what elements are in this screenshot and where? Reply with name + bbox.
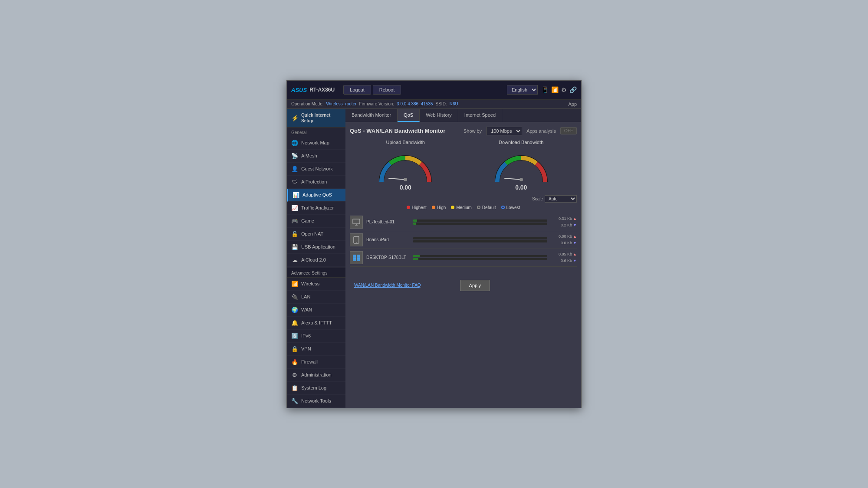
legend-highest-dot: [407, 206, 410, 209]
sidebar-item-firewall[interactable]: 🔥 Firewall: [287, 356, 345, 369]
language-select[interactable]: English 中文 日本語: [507, 85, 538, 95]
legend-highest-label: Highest: [412, 205, 427, 210]
settings-icon[interactable]: ⚙: [561, 86, 567, 93]
scale-select[interactable]: Auto 1 Mbps 10 Mbps 100 Mbps: [545, 195, 577, 203]
sidebar-item-usb-application[interactable]: 💾 USB Application: [287, 241, 345, 254]
sidebar-item-ipv6[interactable]: 6️⃣ IPv6: [287, 330, 345, 343]
legend-lowest: Lowest: [501, 205, 520, 210]
sidebar-item-traffic-analyzer[interactable]: 📈 Traffic Analyzer: [287, 202, 345, 215]
upload-value: 0.00: [400, 184, 411, 191]
tab-bandwidth-monitor[interactable]: Bandwidth Monitor: [345, 109, 398, 122]
usb-application-icon: 💾: [291, 244, 298, 250]
ssid-value: R6U: [450, 102, 458, 106]
tab-qos[interactable]: QoS: [398, 109, 420, 122]
wifi-icon[interactable]: 📶: [551, 86, 559, 93]
sidebar-item-adaptive-qos[interactable]: 📊 Adaptive QoS: [287, 189, 345, 202]
download-arrow-1: ▼: [573, 240, 577, 246]
sidebar-item-label-aimesh: AiMesh: [301, 153, 317, 158]
show-by-select[interactable]: 100 Mbps 10 Mbps 1 Gbps: [486, 127, 522, 135]
device-bars-2: [413, 255, 547, 260]
operation-mode-value[interactable]: Wireless_router: [326, 102, 357, 106]
sidebar-item-network-map[interactable]: 🌐 Network Map: [287, 137, 345, 150]
device-row: Brians-iPad 0.00 Kb: [350, 231, 577, 249]
sidebar-item-vpn[interactable]: 🔒 VPN: [287, 343, 345, 356]
sidebar-item-aimesh[interactable]: 📡 AiMesh: [287, 150, 345, 163]
sidebar-item-label-adaptive-qos: Adaptive QoS: [302, 192, 332, 197]
upload-arrow-2: ▲: [573, 251, 577, 257]
scale-label: Scale: [532, 197, 543, 201]
sidebar: ⚡ Quick Internet Setup General 🌐 Network…: [287, 109, 345, 408]
tab-web-history[interactable]: Web History: [420, 109, 458, 122]
app-status-link[interactable]: App: [568, 102, 577, 107]
download-speed-2: 0.6 Kb: [561, 258, 572, 264]
legend-high-label: High: [437, 205, 446, 210]
sidebar-item-quick-setup[interactable]: ⚡ Quick Internet Setup: [287, 109, 345, 128]
upload-gauge: Upload Bandwidth: [350, 140, 461, 191]
ssid-label: SSID:: [436, 102, 447, 106]
device-list: PL-Testbed-01 0.31 Kb: [350, 213, 577, 267]
sidebar-item-open-nat[interactable]: 🔓 Open NAT: [287, 228, 345, 241]
download-bar-wrap-2: [413, 258, 547, 260]
device-icon-0: [350, 216, 363, 229]
router-ui: ASUS RT-AX86U Logout Reboot English 中文 日…: [286, 80, 582, 408]
quick-setup-icon: ⚡: [291, 115, 299, 121]
legend-default-label: Default: [482, 205, 496, 210]
sidebar-item-system-log[interactable]: 📋 System Log: [287, 382, 345, 395]
sidebar-item-label-network-map: Network Map: [301, 140, 329, 145]
download-arrow-0: ▼: [573, 222, 577, 228]
help-icon[interactable]: 🔗: [569, 86, 577, 93]
sidebar-item-aiprotection[interactable]: 🛡 AiProtection: [287, 176, 345, 189]
sidebar-item-guest-network[interactable]: 👤 Guest Network: [287, 163, 345, 176]
legend-lowest-ring: [501, 206, 505, 209]
upload-bar-wrap-1: [413, 237, 547, 239]
download-value: 0.00: [515, 184, 527, 191]
sidebar-item-lan[interactable]: 🔌 LAN: [287, 291, 345, 304]
svg-point-8: [356, 242, 357, 243]
legend-medium-dot: [451, 206, 454, 209]
apps-analysis-toggle[interactable]: OFF: [560, 127, 577, 134]
device-row: PL-Testbed-01 0.31 Kb: [350, 213, 577, 231]
sidebar-item-aicloud[interactable]: ☁ AiCloud 2.0: [287, 254, 345, 267]
faq-link[interactable]: WAN/LAN Bandwidth Monitor FAQ: [354, 283, 421, 288]
legend-medium-label: Medium: [456, 205, 472, 210]
status-bar: Operation Mode: Wireless_router Firmware…: [287, 100, 581, 109]
legend-lowest-label: Lowest: [506, 205, 520, 210]
sidebar-section-general: General: [287, 128, 345, 137]
svg-rect-9: [353, 255, 356, 258]
tab-internet-speed[interactable]: Internet Speed: [458, 109, 502, 122]
device-bars-1: [413, 237, 547, 242]
sidebar-item-label-vpn: VPN: [301, 346, 311, 351]
reboot-button[interactable]: Reboot: [373, 85, 401, 95]
device-row: DESKTOP-S178BLT 0.85 Kb: [350, 249, 577, 267]
device-name-0: PL-Testbed-01: [366, 219, 410, 224]
device-speeds-0: 0.31 Kb ▲ 0.2 Kb ▼: [551, 216, 577, 228]
apps-analysis-label: Apps analysis: [526, 128, 556, 134]
aicloud-icon: ☁: [291, 257, 298, 263]
sidebar-item-administration[interactable]: ⚙ Administration: [287, 369, 345, 382]
upload-speed-0: 0.31 Kb: [559, 216, 572, 222]
sidebar-item-wan[interactable]: 🌍 WAN: [287, 304, 345, 317]
aimesh-icon: 📡: [291, 153, 298, 159]
sidebar-item-wireless[interactable]: 📶 Wireless: [287, 278, 345, 291]
asus-logo: ASUS: [291, 87, 307, 93]
firmware-version[interactable]: 3.0.0.4.386_41535: [397, 102, 433, 106]
sidebar-item-label-usb-application: USB Application: [301, 244, 335, 249]
upload-bar-fill-0: [413, 219, 417, 222]
apply-button[interactable]: Apply: [460, 280, 490, 291]
upload-arrow-1: ▲: [573, 233, 577, 239]
app-icon[interactable]: 📱: [541, 86, 549, 93]
adaptive-qos-icon: 📊: [293, 192, 299, 198]
download-arrow-2: ▼: [573, 258, 577, 264]
sidebar-item-label-traffic-analyzer: Traffic Analyzer: [301, 205, 334, 210]
sidebar-item-alexa-ifttt[interactable]: 🔔 Alexa & IFTTT: [287, 317, 345, 330]
sidebar-item-network-tools[interactable]: 🔧 Network Tools: [287, 395, 345, 408]
download-bar-wrap-1: [413, 240, 547, 242]
logout-button[interactable]: Logout: [343, 85, 371, 95]
sidebar-item-game[interactable]: 🎮 Game: [287, 215, 345, 228]
tablet-icon: [352, 236, 361, 244]
vpn-icon: 🔒: [291, 346, 298, 352]
legend-default: Default: [477, 205, 496, 210]
download-bar-fill-2: [413, 258, 418, 260]
svg-point-3: [519, 178, 523, 181]
legend-row: Highest High Medium Default: [350, 205, 577, 210]
